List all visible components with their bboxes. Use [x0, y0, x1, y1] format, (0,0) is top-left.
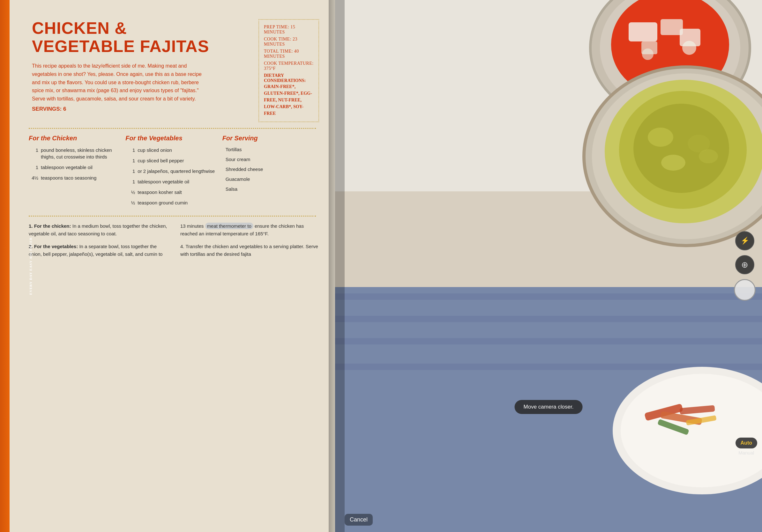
qty: 1: [125, 147, 135, 154]
dietary-values: GRAIN-FREE*, GLUTEN-FREE*, EGG-FREE, NUT…: [264, 83, 314, 117]
svg-point-20: [699, 149, 718, 163]
instruction-2: 2. For the vegetables: In a separate bow…: [29, 243, 168, 258]
total-time-label: TOTAL TIME:: [264, 49, 293, 54]
cook-temp: COOK TEMPERATURE: 375°F: [264, 61, 314, 71]
svg-point-16: [634, 104, 729, 193]
svg-rect-24: [335, 306, 762, 311]
serving-column: For Serving Tortillas Sour cream Shredde…: [222, 135, 319, 210]
qty: ½: [125, 199, 135, 206]
ingredient-text: teaspoon ground cumin: [137, 199, 216, 206]
svg-rect-26: [335, 328, 762, 333]
manual-mode-button[interactable]: Manual: [738, 450, 754, 455]
serving-item-3: Shredded cheese: [226, 166, 313, 172]
chicken-section-title: For the Chicken: [29, 135, 119, 142]
svg-rect-25: [335, 316, 762, 322]
camera-controls: ⚡ ⊕: [734, 231, 756, 301]
page-shadow: [329, 0, 335, 532]
info-box: PREP TIME: 15 MINUTES COOK TIME: 23 MINU…: [259, 19, 319, 122]
ingredient-text: tablespoon vegetable oil: [137, 178, 216, 185]
svg-rect-5: [629, 22, 657, 41]
ingredient-veg-1: 1 cup sliced onion: [125, 147, 216, 154]
ingredient-veg-5: ½ teaspoon kosher salt: [125, 189, 216, 195]
shutter-button[interactable]: [734, 279, 756, 301]
ingredient-text: tablespoon vegetable oil: [41, 164, 119, 170]
ingredient-text: cup sliced bell pepper: [137, 157, 216, 164]
qty: 1: [125, 168, 135, 174]
svg-point-19: [661, 155, 685, 170]
chicken-column: For the Chicken 1 pound boneless, skinle…: [29, 135, 125, 210]
qty: ½: [125, 189, 135, 195]
ingredient-chicken-1: 1 pound boneless, skinless chicken thigh…: [29, 147, 119, 160]
cook-temp-label: COOK TEMPERATURE:: [264, 61, 314, 66]
serving-item-4: Guacamole: [226, 176, 313, 182]
ingredient-text: teaspoons taco seasoning: [41, 174, 119, 181]
recipe-title: CHICKEN & VEGETABLE FAJITAS: [32, 19, 230, 55]
qty: 1: [125, 178, 135, 185]
instructions-left: 1. For the chicken: In a medium bowl, to…: [29, 222, 168, 263]
ingredient-text: pound boneless, skinless chicken thighs,…: [41, 147, 119, 160]
svg-rect-28: [335, 351, 762, 356]
mode-buttons: Auto Manual: [735, 437, 757, 455]
middle-divider: [29, 216, 316, 217]
ingredient-veg-6: ½ teaspoon ground cumin: [125, 199, 216, 206]
ingredient-veg-3: 1 or 2 jalapeños, quartered lengthwise: [125, 168, 216, 174]
instruction-3: 13 minutes meat thermometer to ensure th…: [180, 222, 319, 237]
qty: 1: [29, 164, 38, 170]
top-divider: [29, 128, 316, 129]
instruction-1: 1. For the chicken: In a medium bowl, to…: [29, 222, 168, 237]
qty: 1: [29, 147, 38, 160]
ingredient-text: cup sliced onion: [137, 147, 216, 154]
header-right: PREP TIME: 15 MINUTES COOK TIME: 23 MINU…: [239, 19, 319, 122]
target-icon: ⊕: [741, 260, 748, 270]
qty: 1: [125, 157, 135, 164]
total-time: TOTAL TIME: 40 MINUTES: [264, 49, 314, 59]
spine-accent: EVERY DAY EASY AIR FRYER: [0, 0, 10, 532]
lightning-icon: ⚡: [741, 237, 749, 245]
dietary-label: DIETARY CONSIDERATIONS:: [264, 73, 314, 83]
ingredient-text: or 2 jalapeños, quartered lengthwise: [137, 168, 216, 174]
ingredient-chicken-3: 4½ teaspoons taco seasoning: [29, 174, 119, 181]
prep-time: PREP TIME: 15 MINUTES: [264, 25, 314, 35]
serving-item-2: Sour cream: [226, 157, 313, 162]
cook-time-label: COOK TIME:: [264, 37, 291, 41]
flash-button[interactable]: ⚡: [735, 231, 754, 250]
book-page: EVERY DAY EASY AIR FRYER CHICKEN & VEGET…: [0, 0, 335, 532]
svg-rect-38: [335, 0, 344, 532]
qty: 4½: [29, 174, 38, 181]
instructions-right: 13 minutes meat thermometer to ensure th…: [180, 222, 319, 263]
serving-item-5: Salsa: [226, 186, 313, 192]
cancel-button[interactable]: Cancel: [344, 514, 373, 526]
intro-text: This recipe appeals to the lazy/efficien…: [32, 62, 211, 103]
auto-mode-button[interactable]: Auto: [735, 437, 757, 448]
ingredients-section: For the Chicken 1 pound boneless, skinle…: [29, 135, 319, 210]
focus-button[interactable]: ⊕: [735, 255, 754, 274]
servings: SERVINGS: 6: [32, 106, 230, 112]
ingredient-veg-2: 1 cup sliced bell pepper: [125, 157, 216, 164]
instructions-section: 1. For the chicken: In a medium bowl, to…: [29, 222, 319, 263]
serving-section-title: For Serving: [222, 135, 313, 142]
food-photo-svg: [335, 0, 762, 532]
svg-rect-27: [335, 338, 762, 345]
svg-point-9: [642, 48, 653, 60]
vegetable-section-title: For the Vegetables: [125, 135, 216, 142]
main-container: EVERY DAY EASY AIR FRYER CHICKEN & VEGET…: [0, 0, 762, 532]
vegetable-column: For the Vegetables 1 cup sliced onion 1 …: [125, 135, 222, 210]
ingredient-veg-4: 1 tablespoon vegetable oil: [125, 178, 216, 185]
toast-notification: Move camera closer.: [515, 400, 583, 414]
ingredient-text: teaspoon kosher salt: [137, 189, 216, 195]
prep-time-label: PREP TIME:: [264, 25, 289, 29]
svg-point-17: [648, 128, 673, 147]
header-left: CHICKEN & VEGETABLE FAJITAS This recipe …: [29, 19, 239, 122]
cook-temp-value: 375°F: [264, 66, 276, 71]
svg-rect-23: [335, 294, 762, 300]
svg-rect-6: [660, 19, 683, 35]
serving-item-1: Tortillas: [226, 147, 313, 152]
instruction-4: 4. Transfer the chicken and vegetables t…: [180, 243, 319, 258]
cook-time: COOK TIME: 23 MINUTES: [264, 37, 314, 47]
svg-point-10: [682, 41, 696, 55]
header-section: CHICKEN & VEGETABLE FAJITAS This recipe …: [29, 19, 319, 122]
photo-area: ⚡ ⊕ Auto Manual Move camera closer. Canc…: [335, 0, 762, 532]
ingredient-chicken-2: 1 tablespoon vegetable oil: [29, 164, 119, 170]
spine-text: EVERY DAY EASY AIR FRYER: [29, 237, 33, 295]
